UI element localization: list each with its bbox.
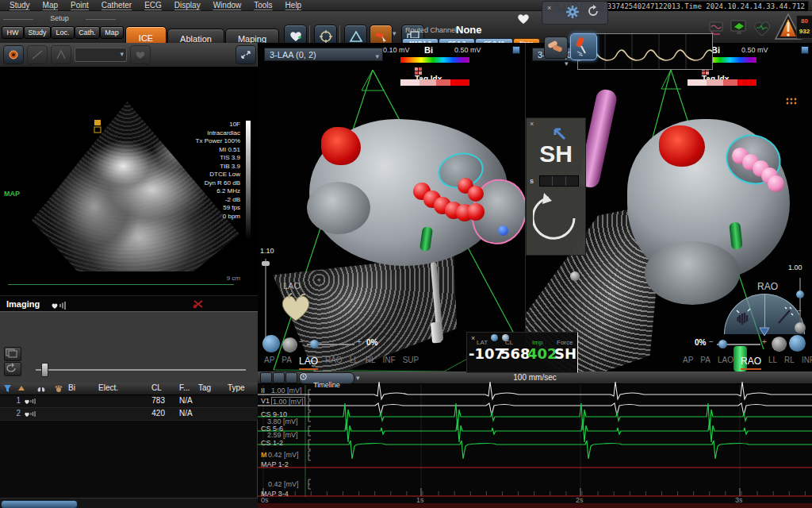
clip-plus-button[interactable] [762, 337, 767, 346]
table-row[interactable]: 2 420 N/A [0, 408, 258, 421]
rotate-view-button[interactable] [789, 335, 806, 352]
proj-rao[interactable]: RAO [741, 356, 761, 370]
zoom-slider-track[interactable] [265, 259, 266, 338]
pills-tool-button[interactable] [544, 37, 568, 59]
heart-status-icon[interactable] [752, 20, 772, 37]
menu-map[interactable]: Map [43, 1, 58, 10]
proj-lao[interactable]: LAO [299, 356, 318, 370]
catheter-dropdown-chevron[interactable] [393, 29, 396, 37]
proj-lao[interactable]: LAO [718, 356, 733, 370]
clip-slider-thumb[interactable] [310, 340, 319, 348]
close-icon[interactable] [530, 121, 534, 128]
ecg-traces[interactable] [258, 371, 812, 508]
clip-plus-button[interactable] [357, 337, 362, 346]
channel-name[interactable]: II [261, 387, 265, 394]
maximize-view-icon[interactable] [512, 46, 520, 54]
proj-inf[interactable]: INF [383, 356, 396, 370]
pan-view-button[interactable] [282, 337, 297, 352]
proj-pa[interactable]: PA [282, 356, 292, 370]
col-f[interactable]: F... [179, 383, 190, 392]
clip-minus-button[interactable] [709, 337, 714, 346]
col-elect[interactable]: Elect. [98, 383, 118, 392]
horizontal-scrollbar[interactable] [0, 498, 258, 508]
proj-ap[interactable]: AP [683, 356, 693, 370]
proj-ap[interactable]: AP [264, 356, 274, 370]
menu-catheter[interactable]: Catheter [102, 1, 132, 10]
proj-rl[interactable]: RL [784, 356, 795, 370]
menu-tools[interactable]: Tools [254, 1, 272, 10]
col-type[interactable]: Type [228, 383, 245, 392]
menu-point[interactable]: Point [71, 1, 89, 10]
setup-hw-button[interactable]: HW [2, 26, 24, 39]
menu-study[interactable]: Study [10, 1, 30, 10]
lesion-tag[interactable] [467, 203, 485, 221]
cine-slider-thumb[interactable] [41, 363, 48, 377]
proj-sup[interactable]: SUP [403, 356, 419, 370]
channel-name[interactable]: MAP 1-2 [261, 460, 289, 468]
grid-points-icon[interactable] [785, 97, 798, 108]
meas-settings-icon[interactable] [491, 334, 498, 341]
zoom-slider-thumb[interactable] [262, 261, 270, 266]
proj-rl[interactable]: RL [366, 356, 376, 370]
setup-study-button[interactable]: Study [24, 26, 51, 39]
tag-color-bar[interactable] [400, 79, 469, 86]
menu-ecg[interactable]: ECG [144, 1, 162, 10]
zoom-slider-thumb[interactable] [796, 291, 804, 298]
trackball-button[interactable] [795, 322, 806, 333]
map-selector-dropdown[interactable]: 3-LAA (0, 2) [264, 48, 383, 61]
col-tag[interactable]: Tag [198, 383, 211, 392]
rotate-view-button[interactable] [262, 335, 280, 352]
force-column-icon[interactable] [54, 384, 63, 393]
ultrasound-image[interactable]: MAP 10FIntracardiac Tx Power 100%MI 0.51… [0, 67, 258, 295]
menu-window[interactable]: Window [213, 1, 242, 10]
close-icon[interactable] [547, 5, 551, 12]
compass-down-arrow[interactable] [758, 327, 771, 337]
proj-rao[interactable]: RAO [325, 356, 343, 370]
col-cl[interactable]: CL [151, 383, 162, 392]
map-view-rao[interactable]: 3-LAA (0, 2 0.10 mV Bi 0.50 mV Tag.ldx [526, 43, 812, 371]
proj-pa[interactable]: PA [700, 356, 710, 370]
line-measure-button[interactable] [27, 45, 48, 64]
tag-color-bar[interactable] [688, 79, 756, 86]
clip-slider-thumb[interactable] [718, 340, 727, 348]
ice-preset-dropdown[interactable] [75, 48, 127, 62]
cine-slider-track[interactable] [36, 369, 246, 371]
location-pad-status-icon[interactable] [729, 19, 749, 37]
filter-icon[interactable] [3, 384, 12, 393]
lesion-tag[interactable] [468, 186, 484, 202]
map-view-lao[interactable]: 3-LAA (0, 2) 0.10 mV Bi 0.50 mV Tag.ldx … [258, 43, 526, 371]
maximize-view-icon[interactable] [801, 46, 809, 54]
ice-gain-button[interactable] [3, 45, 24, 64]
col-bi[interactable]: Bi [68, 383, 75, 392]
menu-display[interactable]: Display [174, 1, 201, 10]
rotation-arrow-icon[interactable] [533, 191, 579, 247]
ice-expand-button[interactable] [236, 45, 256, 64]
menu-help[interactable]: Help [285, 1, 302, 10]
refresh-icon[interactable] [587, 5, 599, 17]
loop-record-button[interactable] [4, 347, 21, 361]
setup-loc-button[interactable]: Loc. [51, 26, 75, 39]
channel-name[interactable]: CS 1-2 [261, 439, 283, 447]
setup-map-button[interactable]: Map [100, 26, 124, 39]
gear-icon[interactable] [565, 4, 580, 20]
proj-inf[interactable]: INF [802, 356, 812, 370]
scrollbar-thumb[interactable] [1, 500, 78, 508]
clip-minus-button[interactable] [299, 337, 304, 346]
proj-ll[interactable]: LL [350, 356, 358, 370]
ablation-tag-region[interactable] [659, 125, 705, 167]
close-icon[interactable] [471, 335, 475, 342]
proj-ll[interactable]: LL [768, 356, 777, 370]
zoom-slider-track[interactable] [799, 278, 801, 327]
table-row[interactable]: 1 783 N/A [0, 395, 258, 408]
injector-tool-button[interactable] [570, 33, 597, 60]
channel-name[interactable]: V1 [261, 397, 270, 405]
setup-cath-button[interactable]: Cath. [75, 26, 100, 39]
bipolar-color-bar[interactable] [400, 57, 469, 63]
pointer-arrow-icon[interactable] [549, 123, 568, 142]
angle-measure-button[interactable] [51, 45, 71, 64]
zoom-minus-button[interactable] [797, 306, 802, 315]
ablation-tag-region[interactable] [321, 127, 361, 165]
respiration-column-icon[interactable] [36, 384, 46, 393]
point-tag[interactable] [768, 175, 784, 192]
pan-view-button[interactable] [772, 337, 787, 352]
